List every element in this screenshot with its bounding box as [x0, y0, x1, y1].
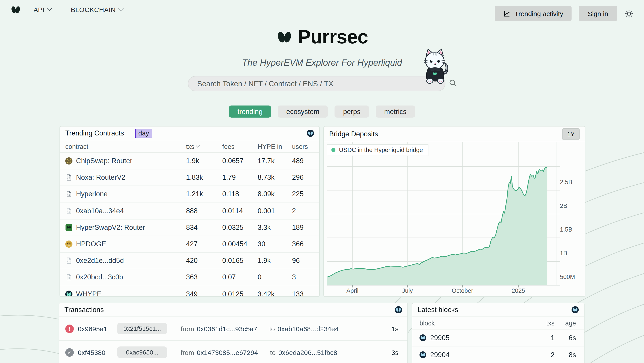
col-hype-in: HYPE in [258, 143, 292, 150]
chipswap-icon [65, 157, 72, 165]
tab-metrics[interactable]: metrics [376, 105, 415, 118]
tab-trending[interactable]: trending [229, 105, 271, 118]
trending-contracts-header-row: contract txs fees HYPE in users [60, 140, 319, 153]
bridge-chart: USDC in the Hyperliquid bridge 2.5B 2B 1… [324, 142, 585, 296]
legend-dot [332, 148, 336, 152]
block-link[interactable]: 29905 [430, 334, 450, 342]
hype-in-value: 17.7k [258, 157, 292, 165]
contract-cell: HPDOGE [65, 240, 186, 248]
col-txs-sort[interactable]: txs [186, 143, 222, 150]
hype-in-value: 0.001 [258, 207, 292, 215]
txs-value: 349 [186, 290, 222, 297]
tx-to-label: to [270, 349, 276, 356]
y-tick: 1.5B [560, 226, 572, 233]
sun-icon [624, 9, 634, 18]
tx-error-icon: ! [65, 324, 74, 333]
fees-value: 0.07 [222, 273, 258, 281]
users-value: 225 [292, 190, 314, 198]
bridge-deposits-panel: Bridge Deposits 1Y USDC in the Hyperliqu… [323, 126, 586, 297]
doc-light-icon [65, 274, 72, 281]
txs-value: 888 [186, 207, 222, 215]
blockchain-menu-label: BLOCKCHAIN [71, 5, 116, 13]
contract-row: WHYPE3490.01253.42k133 [60, 286, 319, 297]
tx-to-group: to0xab10a68...d234e4 [269, 325, 339, 332]
block-icon [420, 351, 426, 358]
purrsec-logo-icon[interactable] [10, 5, 21, 14]
fees-value: 0.0165 [222, 257, 258, 265]
contract-name-link[interactable]: Hyperlone [76, 190, 108, 198]
contract-name-link[interactable]: HyperSwapV2: Router [76, 224, 145, 232]
tx-to-group: to0x6eda206...51fbc8 [270, 349, 338, 356]
trending-activity-label: Trending activity [514, 9, 563, 17]
fees-value: 1.79 [222, 174, 258, 182]
tx-age: 1s [391, 325, 398, 332]
contract-name-link[interactable]: 0xab10a...34e4 [76, 207, 124, 215]
contract-name-link[interactable]: ChipSwap: Router [76, 157, 132, 165]
hype-in-value: 3.3k [258, 224, 292, 232]
users-value: 366 [292, 240, 314, 248]
api-menu[interactable]: API [34, 5, 52, 13]
contract-name-link[interactable]: 0x20bcd...3c0b [76, 273, 123, 281]
doc-icon [65, 174, 72, 181]
contract-row: 0x20bcd...3c0b3630.0703 [60, 269, 319, 286]
transactions-body: !0x9695a10x21f515c1...from0x0361d1c...93… [59, 317, 408, 363]
purrsec-badge-icon [572, 306, 579, 313]
block-age: 8s [554, 351, 576, 359]
fees-value: 0.00454 [222, 240, 258, 248]
block-link[interactable]: 29904 [430, 351, 450, 359]
contract-name-link[interactable]: HPDOGE [76, 240, 106, 248]
trending-contracts-title: Trending Contracts [65, 129, 124, 137]
contract-name-link[interactable]: 0xe2d1e...dd5d [76, 257, 124, 265]
block-txs: 1 [539, 334, 554, 342]
y-tick: 2B [560, 203, 567, 209]
doc-light-icon [65, 207, 72, 214]
col-users: users [292, 143, 314, 150]
whype-icon [65, 291, 72, 297]
trending-activity-button[interactable]: Trending activity [495, 6, 572, 21]
tx-to-link[interactable]: 0xab10a68...d234e4 [278, 325, 339, 332]
transactions-title: Transactions [64, 306, 104, 314]
hype-in-value: 0 [258, 273, 292, 281]
purrsec-homepage: API BLOCKCHAIN Trending activity Sign in [0, 0, 644, 363]
day-period-selector[interactable]: day [135, 129, 152, 138]
top-nav: API BLOCKCHAIN Trending activity Sign in [0, 0, 644, 25]
tab-ecosystem[interactable]: ecosystem [278, 105, 328, 118]
x-tick: July [402, 288, 413, 294]
tx-row: !0x9695a10x21f515c1...from0x0361d1c...93… [59, 317, 408, 341]
purrsec-title-logo-icon [276, 30, 293, 43]
users-value: 133 [292, 290, 314, 297]
theme-toggle[interactable] [624, 8, 634, 18]
users-value: 296 [292, 174, 314, 182]
sign-in-button[interactable]: Sign in [579, 6, 617, 21]
doc-light-icon [65, 257, 72, 264]
contract-row: HPDOGE4270.0045430366 [60, 236, 319, 253]
trending-contracts-body: ChipSwap: Router1.9k0.065717.7k489Noxa: … [60, 153, 319, 297]
contract-cell: 0xab10a...34e4 [65, 207, 186, 215]
hype-in-value: 3.42k [258, 290, 292, 297]
users-value: 3 [292, 273, 314, 281]
chart-line-icon [503, 9, 510, 17]
block-row: 2990516s [412, 330, 584, 347]
txs-value: 363 [186, 273, 222, 281]
purrsec-badge-icon [395, 306, 402, 313]
latest-blocks-title: Latest blocks [418, 306, 458, 314]
contract-name-link[interactable]: WHYPE [76, 290, 102, 297]
tx-hash-link[interactable]: 0x9695a1 [78, 325, 112, 332]
tx-from-link[interactable]: 0x0361d1c...93c5a7 [197, 325, 257, 332]
y-tick: 2.5B [560, 179, 572, 186]
col-fees: fees [222, 143, 258, 150]
contract-cell: HyperSwapV2: Router [65, 224, 186, 232]
chevron-down-icon [47, 5, 52, 11]
x-tick: October [452, 288, 473, 294]
col-block: block [420, 320, 435, 327]
doc-icon [65, 191, 72, 198]
search-input[interactable] [188, 76, 446, 91]
tx-to-link[interactable]: 0x6eda206...51fbc8 [278, 349, 338, 356]
range-1y-button[interactable]: 1Y [562, 128, 580, 140]
tx-hash-link[interactable]: 0xf45380 [78, 349, 112, 356]
tab-perps[interactable]: perps [334, 105, 369, 118]
blockchain-menu[interactable]: BLOCKCHAIN [71, 5, 123, 13]
tx-method-chip: 0xac9650... [117, 347, 167, 358]
contract-name-link[interactable]: Noxa: RouterV2 [76, 174, 126, 182]
tx-from-link[interactable]: 0x1473085...e67294 [197, 349, 258, 356]
